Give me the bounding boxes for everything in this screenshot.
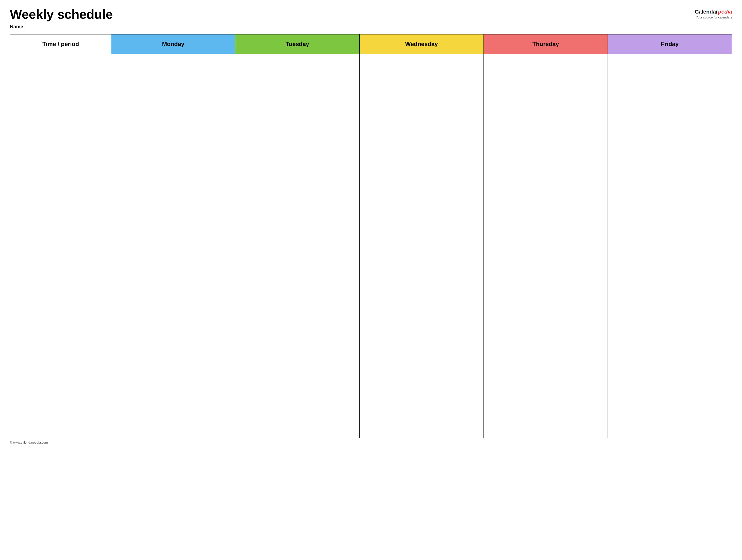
footer: © www.calendarpedia.com	[10, 441, 732, 444]
logo: Calendarpedia Your source for calendars	[695, 7, 732, 19]
cell-row7-col2[interactable]	[235, 278, 360, 310]
cell-row7-col0[interactable]	[10, 278, 111, 310]
cell-row3-col5[interactable]	[608, 150, 732, 182]
logo-pedia: pedia	[718, 9, 732, 15]
cell-row0-col2[interactable]	[235, 54, 360, 86]
cell-row6-col2[interactable]	[235, 246, 360, 278]
cell-row9-col3[interactable]	[360, 342, 483, 374]
cell-row3-col1[interactable]	[111, 150, 235, 182]
cell-row0-col3[interactable]	[360, 54, 483, 86]
cell-row2-col3[interactable]	[360, 118, 483, 150]
table-header-row: Time / period Monday Tuesday Wednesday T…	[10, 34, 732, 54]
cell-row2-col5[interactable]	[608, 118, 732, 150]
cell-row11-col4[interactable]	[483, 406, 607, 438]
cell-row11-col0[interactable]	[10, 406, 111, 438]
cell-row10-col1[interactable]	[111, 374, 235, 406]
cell-row5-col0[interactable]	[10, 214, 111, 246]
cell-row3-col4[interactable]	[483, 150, 607, 182]
cell-row8-col2[interactable]	[235, 310, 360, 342]
cell-row4-col3[interactable]	[360, 182, 483, 214]
table-row	[10, 54, 732, 86]
cell-row4-col4[interactable]	[483, 182, 607, 214]
cell-row9-col5[interactable]	[608, 342, 732, 374]
table-row	[10, 182, 732, 214]
cell-row9-col4[interactable]	[483, 342, 607, 374]
cell-row5-col3[interactable]	[360, 214, 483, 246]
page-title: Weekly schedule	[10, 7, 113, 21]
cell-row11-col5[interactable]	[608, 406, 732, 438]
cell-row11-col2[interactable]	[235, 406, 360, 438]
cell-row2-col1[interactable]	[111, 118, 235, 150]
cell-row6-col4[interactable]	[483, 246, 607, 278]
page-header: Weekly schedule Calendarpedia Your sourc…	[10, 7, 732, 21]
cell-row8-col5[interactable]	[608, 310, 732, 342]
table-row	[10, 118, 732, 150]
table-row	[10, 214, 732, 246]
cell-row7-col5[interactable]	[608, 278, 732, 310]
header-monday: Monday	[111, 34, 235, 54]
cell-row1-col5[interactable]	[608, 86, 732, 118]
header-friday: Friday	[608, 34, 732, 54]
cell-row9-col1[interactable]	[111, 342, 235, 374]
cell-row5-col4[interactable]	[483, 214, 607, 246]
cell-row0-col4[interactable]	[483, 54, 607, 86]
cell-row8-col4[interactable]	[483, 310, 607, 342]
header-time: Time / period	[10, 34, 111, 54]
cell-row0-col0[interactable]	[10, 54, 111, 86]
logo-text: Calendarpedia	[695, 9, 732, 15]
cell-row1-col1[interactable]	[111, 86, 235, 118]
cell-row5-col5[interactable]	[608, 214, 732, 246]
cell-row10-col3[interactable]	[360, 374, 483, 406]
footer-url: © www.calendarpedia.com	[10, 441, 48, 444]
cell-row10-col2[interactable]	[235, 374, 360, 406]
cell-row4-col5[interactable]	[608, 182, 732, 214]
cell-row6-col5[interactable]	[608, 246, 732, 278]
cell-row11-col1[interactable]	[111, 406, 235, 438]
cell-row4-col1[interactable]	[111, 182, 235, 214]
cell-row7-col3[interactable]	[360, 278, 483, 310]
cell-row2-col2[interactable]	[235, 118, 360, 150]
cell-row8-col0[interactable]	[10, 310, 111, 342]
cell-row1-col0[interactable]	[10, 86, 111, 118]
table-row	[10, 86, 732, 118]
cell-row4-col2[interactable]	[235, 182, 360, 214]
table-row	[10, 246, 732, 278]
schedule-body	[10, 54, 732, 438]
cell-row5-col2[interactable]	[235, 214, 360, 246]
cell-row1-col2[interactable]	[235, 86, 360, 118]
header-thursday: Thursday	[483, 34, 607, 54]
header-tuesday: Tuesday	[235, 34, 360, 54]
cell-row5-col1[interactable]	[111, 214, 235, 246]
logo-tagline: Your source for calendars	[695, 15, 732, 19]
cell-row1-col4[interactable]	[483, 86, 607, 118]
cell-row0-col5[interactable]	[608, 54, 732, 86]
schedule-table: Time / period Monday Tuesday Wednesday T…	[10, 34, 732, 438]
table-row	[10, 374, 732, 406]
table-row	[10, 342, 732, 374]
cell-row10-col4[interactable]	[483, 374, 607, 406]
cell-row7-col1[interactable]	[111, 278, 235, 310]
table-row	[10, 310, 732, 342]
cell-row8-col3[interactable]	[360, 310, 483, 342]
cell-row6-col3[interactable]	[360, 246, 483, 278]
cell-row3-col2[interactable]	[235, 150, 360, 182]
cell-row9-col0[interactable]	[10, 342, 111, 374]
cell-row2-col4[interactable]	[483, 118, 607, 150]
cell-row6-col0[interactable]	[10, 246, 111, 278]
cell-row10-col5[interactable]	[608, 374, 732, 406]
cell-row4-col0[interactable]	[10, 182, 111, 214]
cell-row2-col0[interactable]	[10, 118, 111, 150]
table-row	[10, 150, 732, 182]
logo-calendar: Calendar	[695, 9, 718, 15]
cell-row6-col1[interactable]	[111, 246, 235, 278]
cell-row7-col4[interactable]	[483, 278, 607, 310]
cell-row0-col1[interactable]	[111, 54, 235, 86]
cell-row8-col1[interactable]	[111, 310, 235, 342]
cell-row9-col2[interactable]	[235, 342, 360, 374]
cell-row11-col3[interactable]	[360, 406, 483, 438]
cell-row1-col3[interactable]	[360, 86, 483, 118]
cell-row3-col0[interactable]	[10, 150, 111, 182]
cell-row10-col0[interactable]	[10, 374, 111, 406]
cell-row3-col3[interactable]	[360, 150, 483, 182]
table-row	[10, 406, 732, 438]
